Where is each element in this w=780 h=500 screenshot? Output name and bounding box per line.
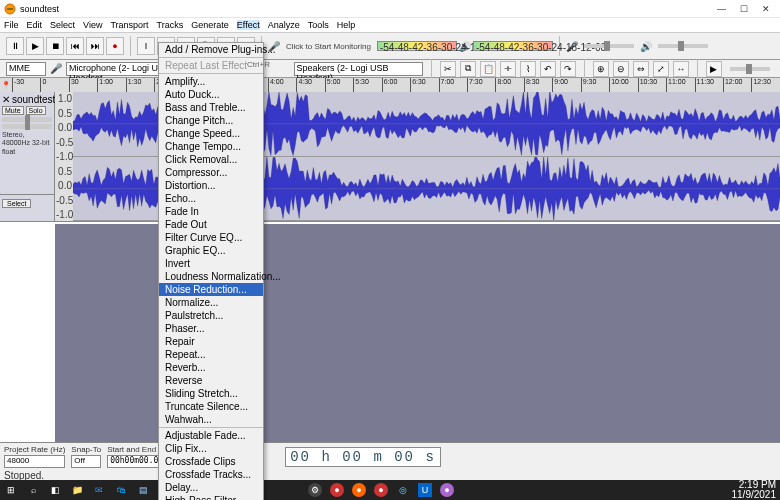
timeline-tick[interactable]: 5:30 — [353, 78, 381, 92]
close-button[interactable]: ✕ — [762, 4, 770, 14]
effect-menu-item[interactable]: Truncate Silence... — [159, 400, 263, 413]
timecode-display[interactable]: 00 h 00 m 00 s — [285, 447, 441, 467]
menu-generate[interactable]: Generate — [191, 20, 229, 30]
effect-menu-item[interactable]: Repeat... — [159, 348, 263, 361]
pause-button[interactable]: ⏸ — [6, 37, 24, 55]
timeline-tick[interactable]: 11:00 — [666, 78, 694, 92]
project-rate-select[interactable]: 48000 — [4, 455, 65, 468]
effect-menu-item[interactable]: Compressor... — [159, 166, 263, 179]
taskbar-app-1[interactable]: ▤ — [136, 483, 150, 497]
track-select-button[interactable]: Select — [2, 199, 31, 208]
effect-menu-item[interactable]: Phaser... — [159, 322, 263, 335]
effect-menu-item[interactable]: Sliding Stretch... — [159, 387, 263, 400]
play-at-speed-button[interactable]: ▶ — [706, 61, 722, 77]
start-button[interactable]: ⊞ — [4, 483, 18, 497]
effect-menu-item[interactable]: Loudness Normalization... — [159, 270, 263, 283]
tray-icon-4[interactable]: ● — [374, 483, 388, 497]
effect-menu-item[interactable]: Paulstretch... — [159, 309, 263, 322]
effect-menu-item[interactable]: Normalize... — [159, 296, 263, 309]
effect-menu-item[interactable]: Wahwah... — [159, 413, 263, 426]
effect-menu-item[interactable]: Graphic EQ... — [159, 244, 263, 257]
effect-menu-item[interactable]: Invert — [159, 257, 263, 270]
snap-select[interactable]: Off — [71, 455, 101, 468]
menu-tools[interactable]: Tools — [308, 20, 329, 30]
playback-meter[interactable]: -54-48-42-36-30-24-18-12-60 — [473, 41, 553, 51]
play-speed-slider[interactable] — [730, 67, 770, 71]
copy-button[interactable]: ⧉ — [460, 61, 476, 77]
effect-menu-item[interactable]: Noise Reduction... — [159, 283, 263, 296]
timeline-tick[interactable]: 10:00 — [609, 78, 637, 92]
playback-volume-slider[interactable] — [658, 44, 708, 48]
menu-analyze[interactable]: Analyze — [268, 20, 300, 30]
task-view-button[interactable]: ◧ — [48, 483, 62, 497]
menu-view[interactable]: View — [83, 20, 102, 30]
minimize-button[interactable]: — — [717, 4, 726, 14]
effect-menu-item[interactable]: Click Removal... — [159, 153, 263, 166]
skip-start-button[interactable]: ⏮ — [66, 37, 84, 55]
zoom-toggle-button[interactable]: ↔ — [673, 61, 689, 77]
tray-icon-7[interactable]: ● — [440, 483, 454, 497]
taskbar-app-store[interactable]: 🛍 — [114, 483, 128, 497]
record-meter-label[interactable]: Click to Start Monitoring — [286, 42, 371, 51]
effect-menu-item[interactable]: Change Speed... — [159, 127, 263, 140]
effect-menu-item[interactable]: Echo... — [159, 192, 263, 205]
menu-edit[interactable]: Edit — [27, 20, 43, 30]
effect-menu-item[interactable]: Crossfade Clips — [159, 455, 263, 468]
record-button[interactable]: ● — [106, 37, 124, 55]
audio-host-select[interactable]: MME — [6, 62, 46, 76]
timeline-tick[interactable]: 8:30 — [524, 78, 552, 92]
timeline[interactable]: 📍 -300301:001:302:002:303:003:304:004:30… — [0, 78, 780, 92]
mute-button[interactable]: Mute — [2, 106, 24, 115]
effect-menu-item[interactable]: Adjustable Fade... — [159, 429, 263, 442]
record-meter[interactable]: -54-48-42-36-30-24-18-12-60 — [377, 41, 457, 51]
timeline-tick[interactable]: -30 — [12, 78, 40, 92]
effect-menu-item[interactable]: Reverb... — [159, 361, 263, 374]
timeline-tick[interactable]: 9:00 — [552, 78, 580, 92]
fit-selection-button[interactable]: ⇔ — [633, 61, 649, 77]
taskbar-app-explorer[interactable]: 📁 — [70, 483, 84, 497]
timeline-tick[interactable]: 12:30 — [751, 78, 779, 92]
silence-button[interactable]: ⌇ — [520, 61, 536, 77]
tool-selection[interactable]: I — [137, 37, 155, 55]
timeline-tick[interactable]: 8:00 — [495, 78, 523, 92]
timeline-tick[interactable]: 5:00 — [325, 78, 353, 92]
track-close-button[interactable]: ✕ — [2, 94, 10, 105]
timeline-tick[interactable]: 30 — [69, 78, 97, 92]
tray-icon-5[interactable]: ◎ — [396, 483, 410, 497]
effect-menu-item[interactable]: Reverse — [159, 374, 263, 387]
tray-icon-1[interactable]: ⚙ — [308, 483, 322, 497]
menu-tracks[interactable]: Tracks — [157, 20, 184, 30]
taskbar-app-mail[interactable]: ✉ — [92, 483, 106, 497]
effect-menu-item[interactable]: Delay... — [159, 481, 263, 494]
tray-icon-6[interactable]: U — [418, 483, 432, 497]
effect-menu-item[interactable]: Clip Fix... — [159, 442, 263, 455]
paste-button[interactable]: 📋 — [480, 61, 496, 77]
effect-menu-item[interactable]: Repair — [159, 335, 263, 348]
effect-menu-item[interactable]: Distortion... — [159, 179, 263, 192]
effect-menu-item[interactable]: Change Pitch... — [159, 114, 263, 127]
timeline-tick[interactable]: 6:30 — [410, 78, 438, 92]
timeline-tick[interactable]: 7:00 — [439, 78, 467, 92]
menu-effect[interactable]: Effect — [237, 20, 260, 30]
timeline-tick[interactable]: 1:00 — [97, 78, 125, 92]
trim-button[interactable]: ⟛ — [500, 61, 516, 77]
search-button[interactable]: ⌕ — [26, 483, 40, 497]
timeline-tick[interactable]: 4:30 — [296, 78, 324, 92]
undo-button[interactable]: ↶ — [540, 61, 556, 77]
timeline-tick[interactable]: 6:00 — [382, 78, 410, 92]
pin-icon[interactable]: 📍 — [0, 81, 12, 90]
tray-icon-2[interactable]: ● — [330, 483, 344, 497]
skip-end-button[interactable]: ⏭ — [86, 37, 104, 55]
effect-menu-item[interactable]: Change Tempo... — [159, 140, 263, 153]
effect-menu-item[interactable]: Crossfade Tracks... — [159, 468, 263, 481]
effect-menu-item[interactable]: Bass and Treble... — [159, 101, 263, 114]
system-clock[interactable]: 2:19 PM 11/9/2021 — [732, 480, 777, 500]
effect-menu-item[interactable]: Filter Curve EQ... — [159, 231, 263, 244]
effect-menu-item[interactable]: Auto Duck... — [159, 88, 263, 101]
effect-menu-item[interactable]: Fade Out — [159, 218, 263, 231]
effect-menu-item[interactable]: High-Pass Filter... — [159, 494, 263, 500]
effect-menu-item[interactable]: Add / Remove Plug-ins... — [159, 43, 263, 56]
timeline-tick[interactable]: 12:00 — [723, 78, 751, 92]
timeline-tick[interactable]: 1:30 — [126, 78, 154, 92]
effect-menu-item[interactable]: Amplify... — [159, 75, 263, 88]
